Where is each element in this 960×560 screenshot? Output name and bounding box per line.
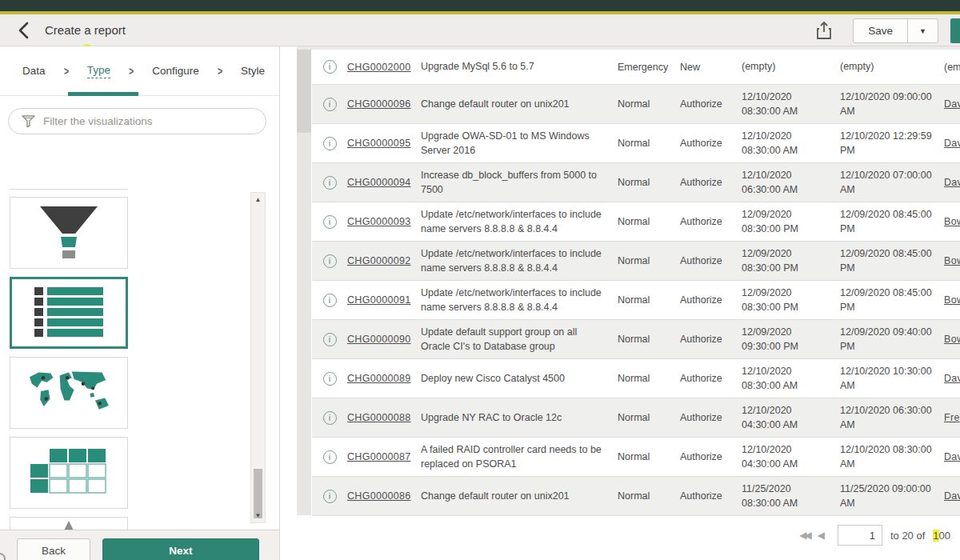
info-icon[interactable]: i — [323, 333, 337, 346]
scrollbar-thumb[interactable] — [254, 469, 262, 518]
change-number-link[interactable]: CHG0000089 — [347, 373, 410, 384]
assignee-link[interactable]: Dav — [944, 373, 960, 384]
info-icon[interactable]: i — [323, 137, 337, 150]
cut-off-primary-button[interactable] — [950, 18, 960, 43]
change-number-link[interactable]: CHG0000090 — [347, 334, 410, 345]
save-dropdown-button[interactable]: ▼ — [907, 19, 938, 42]
short-description: Increase db_block_buffers from 5000 to 7… — [421, 168, 618, 197]
pagination: ◀◀ ◀ to 20 of 100 — [799, 525, 950, 546]
start-date-cell: 12/10/2020 08:30:00 AM — [742, 364, 840, 393]
info-icon[interactable]: i — [323, 98, 337, 111]
table-row[interactable]: i CHG0000096 Change default router on un… — [312, 85, 960, 124]
change-number-link[interactable]: CHG0000093 — [347, 216, 410, 227]
info-icon[interactable]: i — [323, 294, 337, 307]
start-date-cell: (empty) — [742, 59, 840, 74]
table-row[interactable]: i CHG0000095 Upgrade OWA-SD-01 to MS Win… — [312, 124, 960, 163]
table-row[interactable]: i CHG0000087 A failed RAID controller ca… — [312, 438, 960, 477]
chevron-down-icon: ▼ — [919, 27, 926, 35]
short-description: Upgrade MySql 5.6 to 5.7 — [421, 59, 618, 74]
info-icon[interactable]: i — [323, 60, 337, 74]
priority-cell: Normal — [618, 255, 680, 266]
state-cell: New — [680, 62, 742, 73]
scroll-up-icon[interactable]: ▲ — [251, 196, 265, 203]
end-date-cell: 11/25/2020 09:00:00 AM — [840, 482, 944, 510]
change-number-link[interactable]: CHG0000087 — [347, 451, 410, 462]
info-icon[interactable]: i — [323, 411, 337, 425]
change-number-link[interactable]: CHG0000088 — [347, 412, 410, 423]
step-data[interactable]: Data — [22, 65, 46, 77]
short-description: Update /etc/network/interfaces to includ… — [421, 246, 618, 275]
viz-card-funnel[interactable] — [10, 197, 128, 269]
viz-card-pyramid[interactable] — [10, 517, 128, 530]
info-icon[interactable]: i — [323, 176, 337, 190]
table-row[interactable]: i CHG0000091 Update /etc/network/interfa… — [312, 281, 960, 320]
state-cell: Authorize — [680, 138, 742, 149]
assignee-link[interactable]: Bow — [944, 255, 960, 266]
pagination-first-icon[interactable]: ◀◀ — [799, 530, 809, 541]
assignee-link[interactable]: Dav — [944, 177, 960, 188]
info-icon[interactable]: i — [323, 372, 337, 386]
change-number-link[interactable]: CHG0000096 — [347, 98, 410, 110]
table-row[interactable]: i CHG0000086 Change default router on un… — [312, 477, 960, 516]
share-icon[interactable] — [814, 21, 834, 42]
info-icon[interactable]: i — [323, 254, 337, 268]
assignee-link[interactable]: Dav — [944, 451, 960, 462]
table-row[interactable]: i CHG0000094 Increase db_block_buffers f… — [312, 163, 960, 202]
change-number-link[interactable]: CHG0000092 — [347, 255, 410, 266]
table-row[interactable]: i CHG0000089 Deploy new Cisco Catalyst 4… — [312, 359, 960, 398]
page-title: Create a report — [45, 23, 126, 37]
viz-scrollbar[interactable]: ▲ ▼ — [250, 192, 266, 523]
table-scrollbar-thumb[interactable] — [297, 50, 311, 133]
state-cell: Authorize — [680, 255, 742, 266]
pagination-range-label: to 20 of — [890, 530, 925, 542]
scroll-down-icon[interactable]: ▼ — [251, 512, 265, 519]
viz-card-map[interactable] — [10, 357, 128, 429]
info-icon[interactable]: i — [323, 450, 337, 464]
table-row[interactable]: i CHG0002000 Upgrade MySql 5.6 to 5.7 Em… — [312, 50, 960, 85]
pagination-page-input[interactable] — [838, 525, 882, 546]
filter-visualizations-input[interactable] — [43, 115, 266, 127]
back-button[interactable]: Back — [17, 538, 90, 560]
table-row[interactable]: i CHG0000092 Update /etc/network/interfa… — [312, 242, 960, 281]
back-arrow-button[interactable] — [13, 20, 35, 42]
assignee-link[interactable]: Bow — [944, 334, 960, 345]
top-dark-bar — [0, 0, 960, 11]
table-row[interactable]: i CHG0000093 Update /etc/network/interfa… — [312, 202, 960, 242]
step-style[interactable]: Style — [241, 65, 265, 77]
change-number-link[interactable]: CHG0000095 — [347, 138, 410, 149]
assignee-link[interactable]: Dav — [944, 138, 960, 149]
pagination-total: 100 — [933, 530, 950, 542]
priority-cell: Normal — [618, 373, 680, 384]
priority-cell: Normal — [618, 216, 680, 227]
wizard-footer: Back Next — [0, 530, 279, 560]
chevron-right-icon: > — [218, 65, 222, 78]
priority-cell: Emergency — [618, 62, 680, 73]
viz-card-list[interactable] — [10, 277, 128, 349]
table-row[interactable]: i CHG0000090 Update default support grou… — [312, 320, 960, 359]
step-type[interactable]: Type — [87, 64, 110, 78]
viz-card-heatmap[interactable] — [10, 437, 128, 509]
change-number-link[interactable]: CHG0000091 — [347, 294, 410, 306]
assignee-link[interactable]: Dav — [944, 98, 960, 110]
assignee-link[interactable]: (em — [944, 62, 960, 73]
assignee-link[interactable]: Fre — [944, 412, 960, 423]
pagination-prev-icon[interactable]: ◀ — [818, 530, 825, 541]
assignee-link[interactable]: Bow — [944, 216, 960, 227]
change-number-link[interactable]: CHG0000094 — [347, 177, 410, 188]
short-description: A failed RAID controller card needs to b… — [421, 442, 618, 471]
next-button[interactable]: Next — [102, 538, 259, 560]
state-cell: Authorize — [680, 451, 742, 462]
step-configure[interactable]: Configure — [152, 65, 199, 77]
assignee-link[interactable]: Dav — [944, 490, 960, 502]
assignee-link[interactable]: Bow — [944, 294, 960, 306]
short-description: Change default router on unix201 — [421, 489, 618, 503]
change-number-link[interactable]: CHG0002000 — [347, 62, 410, 73]
info-icon[interactable]: i — [323, 215, 337, 229]
change-number-link[interactable]: CHG0000086 — [347, 490, 410, 502]
table-left-scrollbar[interactable] — [297, 50, 311, 515]
save-button[interactable]: Save — [854, 19, 907, 42]
info-icon[interactable]: i — [323, 490, 337, 503]
state-cell: Authorize — [680, 490, 742, 502]
priority-cell: Normal — [618, 294, 680, 306]
table-row[interactable]: i CHG0000088 Upgrade NY RAC to Oracle 12… — [312, 398, 960, 438]
